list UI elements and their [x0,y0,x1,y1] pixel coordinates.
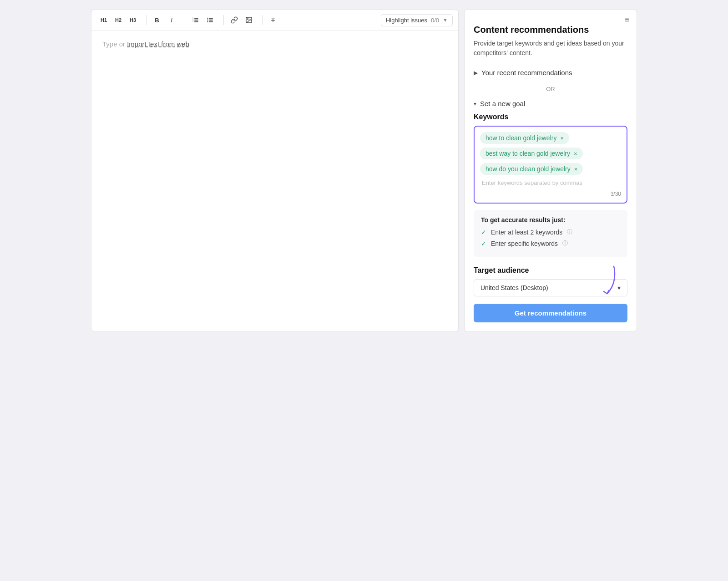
svg-rect-1 [194,20,198,20]
highlight-count: 0/0 [431,17,439,24]
accurate-results-title: To get accurate results just: [481,216,620,224]
svg-point-11 [207,21,208,22]
svg-point-10 [207,20,208,20]
format-group: B I [150,13,178,27]
keyword-tag-2-remove[interactable]: × [574,151,577,157]
highlight-chevron-icon: ▼ [443,17,448,23]
list-group: 1 2 3 [189,13,217,27]
recent-chevron-icon: ▶ [474,70,478,76]
keyword-tag-2-text: best way to clean gold jewelry [485,150,570,157]
dropdown-arrow-icon: ▾ [617,284,621,291]
audience-value: United States (Desktop) [480,284,548,291]
italic-button[interactable]: I [165,13,178,27]
svg-rect-0 [194,18,198,19]
accurate-item-2: ✓ Enter specific keywords ⓘ [481,240,620,247]
info-icon-1[interactable]: ⓘ [567,228,572,236]
new-goal-label: Set a new goal [480,100,525,107]
sidebar-header: ≡ [465,10,637,25]
keyword-tag-3: how do you clean gold jewelry × [480,163,583,175]
accurate-results-box: To get accurate results just: ✓ Enter at… [474,210,627,257]
audience-dropdown[interactable]: United States (Desktop) ▾ [474,279,627,296]
svg-rect-8 [209,21,213,22]
toolbar: H1 H2 H3 B I 1 2 3 [91,10,458,31]
separator-4 [262,15,263,25]
keyword-tag-1: how to clean gold jewelry × [480,132,569,144]
insert-group [228,13,256,27]
keywords-input-placeholder: Enter keywords separated by commas [480,178,621,187]
editor-placeholder: Type or Import text from web [102,40,189,48]
info-icon-2[interactable]: ⓘ [562,240,568,247]
highlight-dropdown[interactable]: Highlight issues 0/0 ▼ [381,14,453,26]
clear-format-button[interactable]: T [266,13,280,27]
svg-rect-6 [209,18,213,19]
editor-content[interactable]: Type or Import text from web [91,31,458,331]
image-button[interactable] [242,13,256,27]
keyword-tag-3-text: how do you clean gold jewelry [485,165,571,173]
check-icon-1: ✓ [481,229,486,236]
heading-group: H1 H2 H3 [97,13,140,27]
accurate-item-1: ✓ Enter at least 2 keywords ⓘ [481,228,620,236]
keywords-section-label: Keywords [474,113,627,121]
svg-rect-7 [209,20,213,20]
keywords-tags: how to clean gold jewelry × best way to … [480,132,621,175]
recent-recommendations-row[interactable]: ▶ Your recent recommendations [474,65,627,80]
svg-point-9 [207,18,208,19]
or-divider: OR [474,86,627,92]
menu-icon[interactable]: ≡ [624,15,629,25]
get-recommendations-button[interactable]: Get recommendations [474,304,627,322]
bold-button[interactable]: B [150,13,164,27]
sidebar-description: Provide target keywords and get ideas ba… [474,39,627,58]
sidebar-content: Content recommendations Provide target k… [465,25,637,331]
link-button[interactable] [228,13,241,27]
unordered-list-button[interactable] [203,13,217,27]
target-audience-section: Target audience United States (Desktop) … [474,266,627,296]
or-text: OR [546,86,555,92]
separator-1 [146,15,147,25]
new-goal-chevron-icon: ▾ [474,101,476,107]
svg-point-13 [248,19,248,20]
accurate-item-2-text: Enter specific keywords [491,240,558,247]
keyword-tag-3-remove[interactable]: × [574,166,578,172]
keywords-box[interactable]: how to clean gold jewelry × best way to … [474,126,627,204]
check-icon-2: ✓ [481,240,486,247]
highlight-label: Highlight issues [386,17,427,24]
divider-line-right [560,89,627,89]
target-audience-label: Target audience [474,266,627,275]
svg-text:3: 3 [192,20,194,23]
separator-3 [223,15,224,25]
app-container: H1 H2 H3 B I 1 2 3 [91,9,637,332]
keyword-tag-1-text: how to clean gold jewelry [485,134,556,142]
h1-button[interactable]: H1 [97,13,111,27]
accurate-item-1-text: Enter at least 2 keywords [491,229,562,236]
keyword-tag-1-remove[interactable]: × [560,135,564,141]
divider-line-left [474,89,541,89]
h3-button[interactable]: H3 [126,13,140,27]
h2-button[interactable]: H2 [111,13,125,27]
import-link[interactable]: Import text from web [127,40,189,48]
ordered-list-button[interactable]: 1 2 3 [189,13,202,27]
editor-panel: H1 H2 H3 B I 1 2 3 [91,9,459,332]
keyword-tag-2: best way to clean gold jewelry × [480,148,583,159]
svg-rect-2 [194,21,198,22]
sidebar-panel: ≡ Content recommendations Provide target… [464,9,637,332]
recent-recommendations-label: Your recent recommendations [481,69,572,76]
new-goal-row[interactable]: ▾ Set a new goal [474,98,627,113]
keywords-counter: 3/30 [480,191,621,197]
sidebar-title: Content recommendations [474,25,627,35]
separator-2 [185,15,185,25]
